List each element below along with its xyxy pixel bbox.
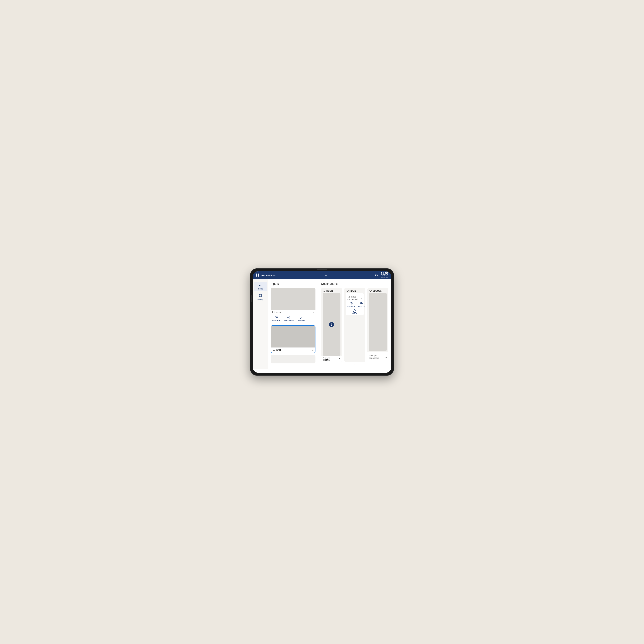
hdmi1-monitor-icon <box>272 311 275 314</box>
destinations-grid: HDMI1 <box>321 288 388 362</box>
hdmi1-displaying-block: Displaying HDMI1 <box>323 357 330 361</box>
sdvoe1-no-input-row: No input connected ▴ <box>369 353 387 361</box>
hdmi1-actions: PREVIEW CONFIGURE <box>271 315 315 323</box>
dest-card-hdmi2-wrapper: HDMI2 No input connected ▾ <box>344 288 365 362</box>
svg-rect-5 <box>259 286 260 286</box>
hdmi2-actions: PREVIEW <box>347 302 362 309</box>
sdi1-name-row: SDI1 <box>273 349 281 351</box>
svg-point-24 <box>350 303 353 304</box>
hdmi2-lock-label: LOCK <box>352 313 357 314</box>
top-bar: Novanta EN 21:52 Saturday 09.04.2022 <box>253 271 391 279</box>
hdmi1-displaying-row: Displaying HDMI1 ▴ <box>323 357 340 361</box>
svg-rect-8 <box>273 311 275 313</box>
hdmi1-configure-btn[interactable]: CONFIGURE <box>284 316 294 322</box>
svg-rect-2 <box>256 275 257 277</box>
dest-card-hdmi2[interactable]: HDMI2 No input connected ▾ <box>344 288 365 362</box>
sidebar-item-settings[interactable]: Settings <box>254 292 267 302</box>
tablet-top-button <box>317 269 327 270</box>
top-bar-right: EN 21:52 Saturday 09.04.2022 <box>375 272 388 279</box>
hdmi1-dest-monitor-icon <box>323 290 325 292</box>
inputs-scroll-down[interactable]: ⌄ <box>271 364 315 369</box>
home-bar-line <box>312 371 332 371</box>
hdmi2-no-input-row: No input connected ▾ <box>347 294 362 302</box>
inputs-title: Inputs <box>271 282 315 286</box>
svg-rect-21 <box>346 290 348 291</box>
grid-icon[interactable] <box>256 273 259 278</box>
sdi1-footer: SDI1 ▴ <box>271 347 315 353</box>
hdmi1-dest-chevron[interactable]: ▴ <box>339 357 340 360</box>
dest-card-sdvoe1[interactable]: SDVOE1 No input connected ▴ <box>367 288 388 362</box>
tablet-screen: Novanta EN 21:52 Saturday 09.04.2022 <box>253 271 391 373</box>
dot1 <box>324 275 324 276</box>
sdvoe1-chevron[interactable]: ▴ <box>386 356 387 358</box>
sdvoe1-dest-name: SDVOE1 <box>373 290 382 292</box>
svg-point-25 <box>351 303 352 304</box>
main-layout: Routing Settings Inputs <box>253 279 391 369</box>
svg-point-7 <box>260 295 261 296</box>
inputs-list: HDMI1 ▾ <box>271 288 315 364</box>
sdi1-chevron-icon[interactable]: ▴ <box>312 349 313 351</box>
svg-rect-27 <box>361 303 363 304</box>
time-display: 21:52 <box>381 272 388 275</box>
top-bar-dots <box>276 275 375 276</box>
hdmi1-displaying-value: HDMI1 <box>323 359 330 361</box>
hdmi2-dest-header: HDMI2 <box>344 288 365 293</box>
svg-rect-29 <box>369 290 372 291</box>
hdmi2-display-btn[interactable]: DISPLAY <box>358 302 365 308</box>
hdmi2-lock-action[interactable]: LOCK <box>347 309 362 314</box>
sidebar: Routing Settings <box>253 279 268 369</box>
hdmi1-rename-btn[interactable]: RENAME <box>298 316 305 322</box>
preview-icon <box>275 316 278 319</box>
sdi1-name: SDI1 <box>276 349 281 351</box>
hdmi2-no-input-area: No input connected ▾ <box>346 293 364 315</box>
hdmi2-display-label: DISPLAY <box>358 306 365 308</box>
svg-point-13 <box>288 317 289 318</box>
time-block: 21:52 Saturday 09.04.2022 <box>381 272 388 279</box>
sidebar-item-routing[interactable]: Routing <box>254 282 267 291</box>
hdmi1-displaying-label: Displaying <box>323 357 330 359</box>
inputs-column: Inputs <box>268 279 318 369</box>
sdvoe1-dest-header: SDVOE1 <box>367 288 388 293</box>
svg-rect-3 <box>258 275 259 277</box>
hdmi1-lock-badge <box>329 322 334 327</box>
dot2 <box>325 275 326 276</box>
hdmi2-display-icon <box>360 302 363 306</box>
settings-icon <box>259 294 262 298</box>
logo-area: Novanta <box>261 274 276 277</box>
svg-rect-1 <box>258 274 259 275</box>
sdvoe1-no-input-area: No input connected ▴ <box>367 352 388 362</box>
sdvoe1-dest-monitor-icon <box>369 290 372 292</box>
svg-rect-0 <box>256 274 257 275</box>
hdmi1-preview-btn[interactable]: PREVIEW <box>272 316 280 322</box>
svg-point-11 <box>275 316 278 318</box>
input-card-sdi1[interactable]: SDI1 ▴ <box>271 325 315 353</box>
svg-point-12 <box>276 317 277 318</box>
sdvoe1-no-input-text: No input connected <box>369 354 386 359</box>
hdmi1-configure-label: CONFIGURE <box>284 320 294 322</box>
sdi1-monitor-icon <box>273 349 275 351</box>
tablet-shell: Novanta EN 21:52 Saturday 09.04.2022 <box>250 268 394 376</box>
hdmi2-chevron[interactable]: ▾ <box>361 297 362 299</box>
destinations-scroll-down[interactable]: ⌄ <box>321 362 388 367</box>
svg-rect-4 <box>259 284 261 285</box>
hdmi2-preview-btn[interactable]: PREVIEW <box>347 302 355 308</box>
logo-text: Novanta <box>266 274 276 277</box>
hdmi1-dest-name: HDMI1 <box>326 290 333 292</box>
routing-icon <box>259 283 262 287</box>
hdmi1-chevron-icon[interactable]: ▾ <box>313 311 314 313</box>
home-bar <box>253 369 391 373</box>
hdmi1-name: HDMI1 <box>276 311 283 314</box>
input-card-hdmi1[interactable]: HDMI1 ▾ <box>271 288 315 323</box>
hdmi1-dest-footer: Displaying HDMI1 ▴ <box>321 356 342 362</box>
language-badge[interactable]: EN <box>375 274 378 277</box>
routing-layout: Inputs <box>268 279 391 369</box>
hdmi2-preview-label: PREVIEW <box>347 306 355 307</box>
hdmi2-preview-icon <box>350 302 353 305</box>
dest-card-hdmi1[interactable]: HDMI1 <box>321 288 342 362</box>
configure-icon <box>287 316 290 320</box>
input-partial <box>271 355 315 363</box>
hdmi2-dest-name: HDMI2 <box>350 290 356 292</box>
dest-card-sdvoe1-wrapper: SDVOE1 No input connected ▴ <box>367 288 388 362</box>
tablet-side-button <box>251 295 252 302</box>
svg-rect-20 <box>331 325 332 326</box>
